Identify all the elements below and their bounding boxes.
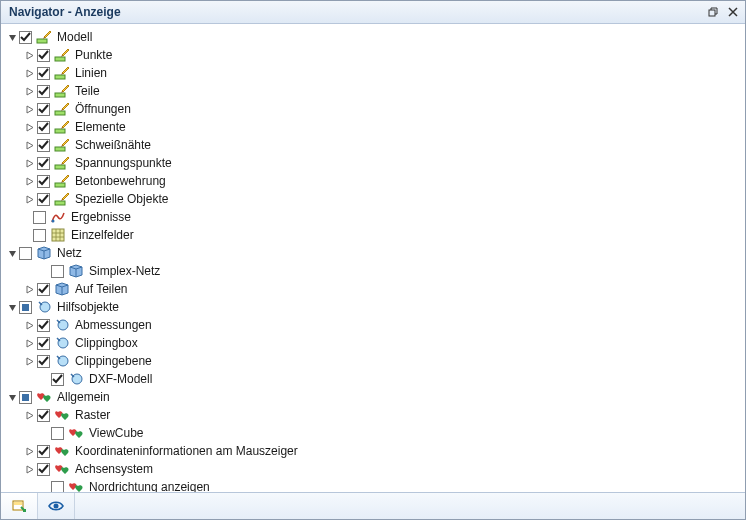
tree-label: Netz	[56, 244, 82, 262]
checkbox[interactable]	[37, 283, 50, 296]
aux-icon	[68, 371, 84, 387]
tree-row[interactable]: Clippingebene	[5, 352, 745, 370]
tree-row[interactable]: Auf Teilen	[5, 280, 745, 298]
tree-row[interactable]: Netz	[5, 244, 745, 262]
checkbox[interactable]	[37, 463, 50, 476]
tree-label: ViewCube	[88, 424, 143, 442]
footer-tab-view[interactable]	[1, 493, 38, 519]
tree-row[interactable]: Koordinateninformationen am Mauszeiger	[5, 442, 745, 460]
expand-icon[interactable]	[23, 190, 37, 208]
tree-row[interactable]: Einzelfelder	[5, 226, 745, 244]
hearts-icon	[68, 479, 84, 492]
checkbox[interactable]	[37, 121, 50, 134]
checkbox[interactable]	[51, 427, 64, 440]
tree-scroll[interactable]: ModellPunkteLinienTeileÖffnungenElemente…	[1, 24, 745, 492]
pencil-icon	[54, 65, 70, 81]
checkbox[interactable]	[33, 211, 46, 224]
tree-row[interactable]: ViewCube	[5, 424, 745, 442]
hearts-icon	[68, 425, 84, 441]
checkbox[interactable]	[37, 409, 50, 422]
tree-row[interactable]: Allgemein	[5, 388, 745, 406]
collapse-icon[interactable]	[5, 388, 19, 406]
close-button[interactable]	[725, 4, 741, 20]
checkbox[interactable]	[51, 265, 64, 278]
collapse-icon[interactable]	[5, 298, 19, 316]
checkbox[interactable]	[33, 229, 46, 242]
checkbox[interactable]	[37, 319, 50, 332]
checkbox[interactable]	[37, 49, 50, 62]
expand-icon[interactable]	[23, 46, 37, 64]
aux-icon	[54, 317, 70, 333]
tree-row[interactable]: DXF-Modell	[5, 370, 745, 388]
result-icon	[50, 209, 66, 225]
expand-icon[interactable]	[23, 64, 37, 82]
tree: ModellPunkteLinienTeileÖffnungenElemente…	[1, 24, 745, 492]
expand-icon[interactable]	[23, 406, 37, 424]
pencil-icon	[54, 119, 70, 135]
tree-row[interactable]: Elemente	[5, 118, 745, 136]
tree-row[interactable]: Nordrichtung anzeigen	[5, 478, 745, 492]
tree-row[interactable]: Spannungspunkte	[5, 154, 745, 172]
tree-row[interactable]: Öffnungen	[5, 100, 745, 118]
tree-row[interactable]: Teile	[5, 82, 745, 100]
tree-row[interactable]: Hilfsobjekte	[5, 298, 745, 316]
tree-row[interactable]: Schweißnähte	[5, 136, 745, 154]
expand-icon[interactable]	[23, 280, 37, 298]
checkbox[interactable]	[37, 193, 50, 206]
checkbox[interactable]	[37, 445, 50, 458]
tree-row[interactable]: Linien	[5, 64, 745, 82]
footer-tabs	[1, 492, 745, 519]
tree-row[interactable]: Betonbewehrung	[5, 172, 745, 190]
tree-row[interactable]: Abmessungen	[5, 316, 745, 334]
expand-icon[interactable]	[23, 442, 37, 460]
checkbox[interactable]	[37, 175, 50, 188]
expand-icon[interactable]	[23, 136, 37, 154]
expand-icon[interactable]	[23, 154, 37, 172]
expand-icon[interactable]	[23, 82, 37, 100]
tree-row[interactable]: Raster	[5, 406, 745, 424]
hearts-icon	[54, 461, 70, 477]
mesh-icon	[54, 281, 70, 297]
checkbox[interactable]	[37, 355, 50, 368]
checkbox[interactable]	[37, 157, 50, 170]
checkbox[interactable]	[19, 301, 32, 314]
restore-button[interactable]	[705, 4, 721, 20]
checkbox[interactable]	[37, 103, 50, 116]
tree-label: Ergebnisse	[70, 208, 131, 226]
footer-tab-eye[interactable]	[38, 493, 75, 519]
expand-icon[interactable]	[23, 352, 37, 370]
checkbox[interactable]	[19, 31, 32, 44]
tree-row[interactable]: Spezielle Objekte	[5, 190, 745, 208]
tree-row[interactable]: Modell	[5, 28, 745, 46]
pencil-icon	[54, 101, 70, 117]
expand-icon[interactable]	[23, 316, 37, 334]
checkbox[interactable]	[37, 85, 50, 98]
checkbox[interactable]	[37, 139, 50, 152]
collapse-icon[interactable]	[5, 244, 19, 262]
checkbox[interactable]	[37, 67, 50, 80]
tree-row[interactable]: Punkte	[5, 46, 745, 64]
expand-icon[interactable]	[23, 100, 37, 118]
tree-label: Schweißnähte	[74, 136, 151, 154]
mesh-icon	[36, 245, 52, 261]
checkbox[interactable]	[37, 337, 50, 350]
expand-icon[interactable]	[23, 172, 37, 190]
expand-icon[interactable]	[23, 334, 37, 352]
hearts-icon	[54, 407, 70, 423]
collapse-icon[interactable]	[5, 28, 19, 46]
expand-icon[interactable]	[23, 460, 37, 478]
checkbox[interactable]	[19, 247, 32, 260]
tree-label: Linien	[74, 64, 107, 82]
tree-row[interactable]: Achsensystem	[5, 460, 745, 478]
checkbox[interactable]	[51, 373, 64, 386]
tree-label: Nordrichtung anzeigen	[88, 478, 210, 492]
expand-icon[interactable]	[23, 118, 37, 136]
hearts-icon	[36, 389, 52, 405]
pencil-icon	[54, 191, 70, 207]
tree-row[interactable]: Clippingbox	[5, 334, 745, 352]
checkbox[interactable]	[51, 481, 64, 493]
checkbox[interactable]	[19, 391, 32, 404]
panel-title: Navigator - Anzeige	[9, 5, 701, 19]
tree-row[interactable]: Simplex-Netz	[5, 262, 745, 280]
tree-row[interactable]: Ergebnisse	[5, 208, 745, 226]
